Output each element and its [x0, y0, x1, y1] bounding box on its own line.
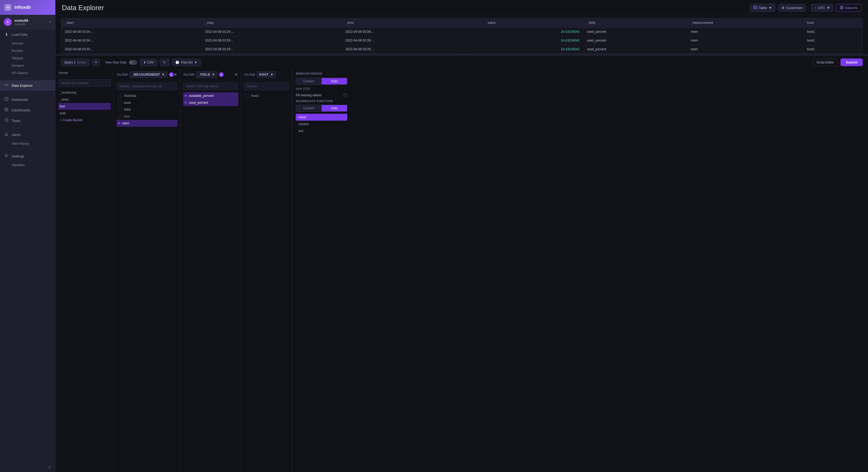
save-as-icon: [840, 6, 843, 10]
field-badge: 2: [219, 72, 224, 77]
utc-selector[interactable]: ↑ UTC ▼: [811, 4, 833, 12]
filter-field-header: Filter _field ▼ 2 ✕: [180, 69, 241, 80]
list-item[interactable]: _tasks: [58, 96, 111, 103]
list-item[interactable]: _monitoring: [58, 89, 111, 96]
window-auto-button[interactable]: Auto: [321, 78, 347, 84]
window-period-toggle: Custom Auto: [296, 78, 347, 85]
view-label: Table: [759, 6, 767, 10]
view-raw-toggle-switch[interactable]: [129, 60, 137, 65]
list-item[interactable]: TestData: [116, 92, 178, 99]
sidebar-item-sources[interactable]: Sources: [0, 40, 55, 47]
list-item[interactable]: host1: [244, 92, 289, 99]
sidebar-item-scrapers[interactable]: Scrapers: [0, 62, 55, 69]
host-dropdown[interactable]: host ▼: [257, 71, 276, 78]
list-item-selected[interactable]: used_percent: [183, 99, 238, 106]
selected-dot: [185, 101, 187, 104]
user-info: xuehu96 xuehu96: [14, 19, 46, 26]
check-icon: [245, 94, 249, 98]
load-data-label: Load Data: [12, 33, 28, 36]
agg-item-median[interactable]: median: [296, 121, 347, 127]
csv-button[interactable]: ⬇ CSV: [140, 59, 157, 66]
table-column-header: _start: [61, 18, 202, 28]
time-range-button[interactable]: 🕐 Past 5m ▼: [172, 59, 201, 66]
selected-dot: [118, 122, 120, 124]
filter-host-panel: Filter host ▼ host1: [241, 69, 292, 472]
view-selector[interactable]: Table ▼: [750, 4, 775, 12]
item-label: cccc: [124, 115, 130, 118]
svg-point-11: [6, 155, 7, 156]
main-content: Data Explorer Table ▼ ⚙ Customize: [56, 0, 868, 472]
check-icon: [118, 108, 122, 111]
sidebar-item-alert-history[interactable]: Alert History: [0, 140, 55, 147]
data-table: _start_stop_time_value_field_measurement…: [61, 18, 863, 54]
list-item-selected[interactable]: test: [58, 103, 111, 110]
measurement-badge: 1: [169, 72, 174, 77]
sidebar-item-load-data[interactable]: ⬇ Load Data: [0, 29, 55, 40]
table-cell: mem: [687, 28, 803, 36]
view-raw-label: View Raw Data: [105, 61, 127, 64]
save-as-button[interactable]: Save As: [836, 4, 862, 12]
sidebar-collapse-button[interactable]: [0, 463, 55, 472]
table-row: 2022-04-08 03:24:...2022-04-08 03:29:...…: [61, 28, 863, 36]
script-editor-button[interactable]: Script Editor: [813, 59, 838, 66]
field-search-input[interactable]: [183, 82, 238, 90]
list-item[interactable]: aaaa: [116, 99, 178, 106]
query-label: Query 1: [64, 61, 75, 64]
table-column-header: _field: [583, 18, 687, 28]
refresh-button[interactable]: ↻: [160, 59, 169, 66]
agg-custom-button[interactable]: Custom: [296, 105, 321, 111]
bucket-search-input[interactable]: [58, 79, 111, 87]
sidebar-item-telegraf[interactable]: Telegraf: [0, 55, 55, 62]
add-query-button[interactable]: +: [92, 59, 100, 66]
list-item[interactable]: bbbb: [116, 106, 178, 113]
table-cell: 2022-04-08 03:28:...: [342, 36, 482, 45]
agg-item-last[interactable]: last: [296, 127, 347, 135]
bucket-list: _monitoring _tasks test tsdb + Create Bu…: [56, 89, 114, 472]
measurement-dropdown[interactable]: _measurement ▼: [129, 71, 167, 78]
load-data-icon: ⬇: [4, 32, 9, 37]
list-item-selected[interactable]: mem: [116, 120, 178, 127]
query-tab[interactable]: Query 1 (0.04s): [61, 59, 90, 66]
agg-item-mean[interactable]: mean: [296, 114, 347, 121]
window-custom-button[interactable]: Custom: [296, 78, 321, 84]
sidebar-item-variables[interactable]: Variables: [0, 161, 55, 169]
sidebar-item-api-tokens[interactable]: API Tokens: [0, 69, 55, 77]
submit-button[interactable]: Submit: [840, 58, 863, 66]
item-label: used_percent: [189, 101, 208, 105]
measurement-chevron-icon: ▼: [162, 73, 165, 77]
sidebar-item-settings[interactable]: Settings: [0, 151, 55, 161]
measurement-search-input[interactable]: [116, 82, 178, 90]
settings-icon: [4, 153, 9, 159]
item-label: aaaa: [124, 101, 131, 105]
sidebar-item-data-explorer[interactable]: Data Explorer: [0, 80, 55, 91]
agg-auto-button[interactable]: Auto: [321, 105, 347, 111]
filter-measurement-header: Filter _measurement ▼ 1 ✕: [114, 69, 180, 80]
host-search-input[interactable]: [244, 82, 289, 90]
list-item[interactable]: cccc: [116, 113, 178, 120]
field-filter-close-icon[interactable]: ✕: [235, 72, 238, 77]
sidebar-item-notebooks[interactable]: Notebooks: [0, 94, 55, 105]
fill-missing-label: Fill missing values: [296, 93, 321, 97]
sidebar-item-buckets[interactable]: Buckets: [0, 47, 55, 55]
measurement-filter-close-icon[interactable]: ✕: [174, 72, 177, 77]
customize-button[interactable]: ⚙ Customize: [778, 4, 806, 12]
sidebar-item-tasks[interactable]: Tasks: [0, 115, 55, 126]
help-icon[interactable]: ?: [343, 93, 347, 97]
sidebar-item-dashboards[interactable]: Dashboards: [0, 105, 55, 115]
list-item[interactable]: tsdb: [58, 110, 111, 117]
auto-text: auto (10s): [296, 87, 347, 90]
save-as-label: Save As: [845, 6, 858, 10]
sidebar-item-alerts[interactable]: Alerts: [0, 129, 55, 140]
filter-field-panel: Filter _field ▼ 2 ✕ available_percent: [180, 69, 241, 472]
window-period-title: WINDOW PERIOD: [296, 72, 347, 75]
view-raw-toggle: View Raw Data: [105, 60, 137, 65]
fill-missing-header: Fill missing values ?: [296, 93, 347, 97]
table-cell: 2022-04-08 03:29:...: [202, 28, 342, 36]
user-section[interactable]: X xuehu96 xuehu96 ▼: [0, 15, 55, 29]
field-dropdown[interactable]: _field ▼: [196, 71, 217, 78]
item-label: host1: [251, 94, 259, 98]
list-item-selected[interactable]: available_percent: [183, 92, 238, 99]
tasks-label: Tasks: [12, 119, 20, 123]
list-item-create-bucket[interactable]: + Create Bucket: [58, 117, 111, 123]
bucket-item-label: _tasks: [60, 98, 69, 101]
